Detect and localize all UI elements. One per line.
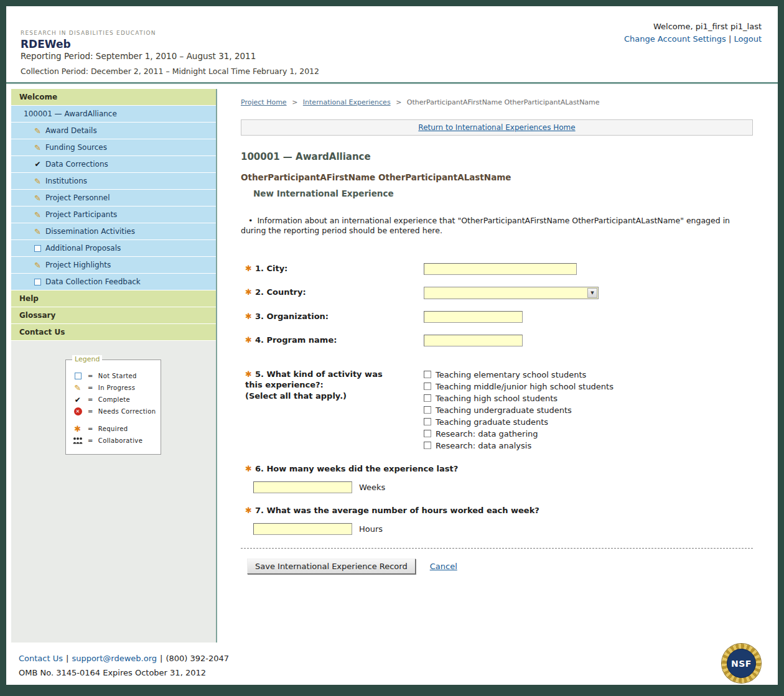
- sidebar-item-label: Data Corrections: [45, 160, 108, 169]
- activity-option-teaching-middle-junior-high[interactable]: Teaching middle/junior high school stude…: [424, 381, 614, 392]
- logout-link[interactable]: Logout: [734, 34, 762, 44]
- form-divider: [241, 548, 753, 549]
- field-label: 5. What kind of activity was this experi…: [245, 369, 383, 390]
- pencil-icon: ✎: [32, 144, 43, 152]
- sidebar-item-label: Dissemination Activities: [45, 227, 135, 236]
- sidebar-item-additional-proposals[interactable]: Additional Proposals: [11, 240, 216, 257]
- sidebar-item-project-participants[interactable]: ✎ Project Participants: [11, 206, 216, 223]
- checkbox-icon[interactable]: [424, 442, 431, 449]
- sidebar-item-award-details[interactable]: ✎ Award Details: [11, 123, 216, 139]
- sidebar-item-project-personnel[interactable]: ✎ Project Personnel: [11, 190, 216, 206]
- required-asterisk-icon: ✱: [245, 506, 252, 515]
- form-title: New International Experience: [253, 188, 753, 198]
- pencil-icon: ✎: [32, 194, 43, 202]
- form-row-activity: ✱5. What kind of activity was this exper…: [241, 369, 753, 452]
- sidebar-item-institutions[interactable]: ✎ Institutions: [11, 173, 216, 190]
- form-row-program: ✱4. Program name:: [241, 335, 753, 346]
- sidebar-item-label: Welcome: [19, 93, 57, 101]
- legend-item-needs-correction: ✕ = Needs Correction: [73, 406, 157, 417]
- form-row-country: ✱2. Country: ▼: [241, 287, 753, 299]
- country-select[interactable]: ▼: [424, 287, 599, 299]
- checkbox-label: Teaching graduate students: [436, 417, 548, 427]
- activity-option-teaching-undergraduate[interactable]: Teaching undergraduate students: [424, 404, 614, 416]
- return-to-international-experiences-link[interactable]: Return to International Experiences Home: [418, 123, 575, 132]
- welcome-user-text: Welcome, pi1_first pi1_last: [624, 22, 762, 31]
- checkbox-icon[interactable]: [424, 371, 431, 378]
- organization-input[interactable]: [424, 311, 523, 323]
- reporting-period: Reporting Period: September 1, 2010 – Au…: [21, 51, 256, 61]
- header-account-area: Welcome, pi1_first pi1_last Change Accou…: [624, 22, 762, 44]
- checkbox-label: Teaching undergraduate students: [436, 406, 572, 415]
- sidebar-item-label: Institutions: [45, 177, 87, 185]
- hours-label: ✱7. What was the average number of hours…: [241, 506, 753, 515]
- sidebar-item-project-highlights[interactable]: ✎ Project Highlights: [11, 257, 216, 274]
- participant-heading: OtherParticipantAFirstName OtherParticip…: [241, 172, 753, 182]
- checkbox-icon[interactable]: [424, 406, 431, 414]
- legend-label: Required: [98, 425, 128, 432]
- hours-input[interactable]: [253, 523, 352, 535]
- header: RESEARCH IN DISABILITIES EDUCATION RDEWe…: [6, 6, 778, 82]
- pencil-icon: ✎: [32, 127, 43, 135]
- change-account-settings-link[interactable]: Change Account Settings: [624, 34, 726, 44]
- required-asterisk-icon: ✱: [73, 425, 83, 433]
- sidebar-item-label: Award Details: [45, 126, 97, 135]
- sidebar-item-label: Help: [19, 294, 39, 303]
- sidebar-item-help[interactable]: Help: [11, 290, 216, 307]
- legend-spacer: [73, 417, 157, 423]
- footer-separator: |: [160, 654, 162, 663]
- country-label: ✱2. Country:: [241, 287, 424, 298]
- header-separator: |: [729, 34, 731, 44]
- required-asterisk-icon: ✱: [245, 464, 252, 473]
- weeks-unit-label: Weeks: [359, 483, 385, 492]
- checkbox-icon[interactable]: [424, 394, 431, 402]
- form-row-organization: ✱3. Organization:: [241, 311, 753, 323]
- field-label: 6. How many weeks did the experience las…: [255, 464, 458, 473]
- checkbox-icon[interactable]: [424, 418, 431, 425]
- program-name-input[interactable]: [424, 335, 523, 346]
- breadcrumb-link-project-home[interactable]: Project Home: [241, 98, 287, 106]
- weeks-input[interactable]: [253, 481, 352, 493]
- footer-separator: |: [66, 654, 68, 663]
- breadcrumb-current: OtherParticipantAFirstName OtherParticip…: [407, 98, 600, 106]
- award-heading: 100001 — AwardAlliance: [241, 151, 753, 162]
- activity-option-teaching-high-school[interactable]: Teaching high school students: [424, 392, 614, 404]
- breadcrumb-link-international-experiences[interactable]: International Experiences: [303, 98, 391, 106]
- dropdown-arrow-icon[interactable]: ▼: [587, 288, 597, 298]
- legend: Legend = Not Started ✎ = In Progress ✔ =: [65, 360, 161, 455]
- sidebar-award-item[interactable]: 100001 — AwardAlliance: [11, 106, 216, 123]
- sidebar-item-welcome[interactable]: Welcome: [11, 89, 216, 106]
- save-international-experience-button[interactable]: Save International Experience Record: [247, 559, 416, 574]
- activity-option-teaching-graduate[interactable]: Teaching graduate students: [424, 416, 614, 428]
- legend-equals: =: [88, 396, 93, 403]
- activity-option-research-data-gathering[interactable]: Research: data gathering: [424, 428, 614, 440]
- sidebar-item-label: Funding Sources: [45, 143, 107, 152]
- sidebar-item-dissemination-activities[interactable]: ✎ Dissemination Activities: [11, 223, 216, 240]
- required-asterisk-icon: ✱: [245, 287, 252, 297]
- sidebar-item-data-collection-feedback[interactable]: Data Collection Feedback: [11, 274, 216, 290]
- cancel-link[interactable]: Cancel: [430, 562, 457, 571]
- sidebar-item-label: Project Personnel: [45, 193, 110, 202]
- footer: Contact Us|support@rdeweb.org|(800) 392-…: [6, 643, 778, 685]
- sidebar-award-label: 100001 — AwardAlliance: [24, 109, 117, 118]
- info-bullet: •Information about an international expe…: [241, 216, 742, 236]
- checkbox-icon[interactable]: [424, 430, 431, 437]
- checkbox-label: Teaching middle/junior high school stude…: [436, 382, 614, 391]
- activity-option-teaching-elementary[interactable]: Teaching elementary school students: [424, 369, 614, 381]
- footer-email-link[interactable]: support@rdeweb.org: [72, 654, 157, 663]
- legend-title: Legend: [72, 355, 102, 363]
- legend-item-not-started: = Not Started: [73, 370, 157, 382]
- info-bullet-text: Information about an international exper…: [241, 216, 730, 235]
- checkbox-icon[interactable]: [424, 383, 431, 390]
- legend-equals: =: [88, 408, 93, 415]
- error-icon: ✕: [73, 407, 83, 415]
- city-input[interactable]: [424, 263, 577, 275]
- sidebar-item-data-corrections[interactable]: ✔ Data Corrections: [11, 156, 216, 173]
- activity-option-research-data-analysis[interactable]: Research: data analysis: [424, 440, 614, 452]
- footer-contact-us-link[interactable]: Contact Us: [19, 654, 63, 663]
- legend-label: Needs Correction: [98, 408, 156, 415]
- legend-label: Not Started: [98, 373, 137, 379]
- sidebar-item-funding-sources[interactable]: ✎ Funding Sources: [11, 139, 216, 156]
- sidebar-item-contact-us[interactable]: Contact Us: [11, 324, 216, 341]
- sidebar-item-label: Project Participants: [45, 210, 117, 219]
- sidebar-item-glossary[interactable]: Glossary: [11, 307, 216, 324]
